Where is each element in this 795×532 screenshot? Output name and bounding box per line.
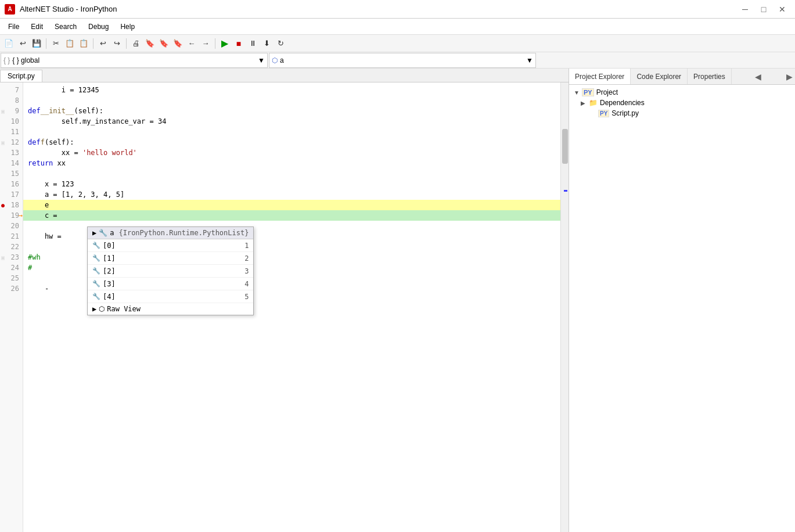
scope-right-value: a — [280, 56, 284, 64]
app-icon: A — [5, 4, 15, 15]
tooltip-row-2[interactable]: 🔧 [2] 3 — [88, 265, 253, 278]
tree-expand-project: ▼ — [574, 89, 580, 96]
code-line-19: c = — [23, 210, 560, 221]
window-controls: ─ □ ✕ — [737, 3, 790, 16]
wrench-icon-0: 🔧 — [92, 242, 100, 249]
code-line-16: x = 123 — [23, 179, 560, 189]
tooltip-rawview-arrow: ▶ — [92, 305, 96, 313]
tooltip-index-2: [2] — [103, 267, 116, 275]
tooltip-type: {IronPython.Runtime.PythonList} — [118, 229, 249, 237]
folder-icon-dependencies: 📁 — [589, 99, 598, 107]
line-numbers: 7 8 ▣9 10 11 ▣12 13 14 15 16 17 18 →19 — [0, 82, 23, 532]
scrollbar-thumb[interactable] — [562, 129, 568, 164]
code-line-12: def f(self): — [23, 137, 560, 148]
tree-item-project[interactable]: ▼ PY Project — [571, 87, 793, 98]
line-num-13: 13 — [0, 148, 23, 158]
tooltip-row-3[interactable]: 🔧 [3] 4 — [88, 278, 253, 290]
tooltip-index-4: [4] — [103, 293, 116, 301]
menu-debug[interactable]: Debug — [82, 21, 114, 33]
tb-pause[interactable]: ⏸ — [246, 37, 259, 50]
tooltip-key-0: 🔧 [0] — [92, 242, 244, 250]
editor-tabs: Script.py — [0, 69, 569, 82]
code-line-8 — [23, 95, 560, 106]
menu-search[interactable]: Search — [49, 21, 82, 33]
tb-paste[interactable]: 📋 — [77, 37, 90, 50]
minimize-button[interactable]: ─ — [737, 3, 753, 16]
line-num-26: 26 — [0, 283, 23, 294]
tb-nav-back[interactable]: ← — [185, 37, 198, 50]
sidebar-nav-prev[interactable]: ◀ — [753, 71, 763, 82]
code-editor[interactable]: i = 12345 def __init__(self): self.my_in… — [23, 82, 560, 532]
tb-bookmark2[interactable]: 🔖 — [157, 37, 170, 50]
scope-right-chevron: ▼ — [526, 56, 533, 64]
tree-item-dependencies[interactable]: ▶ 📁 Dependencies — [571, 98, 793, 108]
tb-open[interactable]: ↩ — [16, 37, 29, 50]
tb-run[interactable]: ▶ — [218, 37, 231, 50]
tooltip-popup: ▶ 🔧 a {IronPython.Runtime.PythonList} 🔧 … — [87, 227, 254, 315]
tooltip-header: ▶ 🔧 a {IronPython.Runtime.PythonList} — [88, 227, 253, 239]
tooltip-wrench: 🔧 — [99, 229, 107, 237]
sidebar: Project Explorer Code Explorer Propertie… — [569, 69, 795, 532]
editor-tab-scriptpy[interactable]: Script.py — [0, 70, 42, 82]
line-num-12: ▣12 — [0, 137, 23, 148]
menu-file[interactable]: File — [2, 21, 25, 33]
tb-stop[interactable]: ■ — [232, 37, 245, 50]
menu-edit[interactable]: Edit — [25, 21, 49, 33]
py-icon-scriptpy: PY — [598, 110, 609, 117]
code-line-9: def __init__(self): — [23, 106, 560, 116]
tree-item-scriptpy[interactable]: PY Script.py — [571, 108, 793, 118]
line-num-10: 10 — [0, 116, 23, 127]
menu-bar: File Edit Search Debug Help — [0, 19, 795, 35]
close-button[interactable]: ✕ — [774, 3, 790, 16]
sidebar-tab-project-explorer[interactable]: Project Explorer — [569, 69, 631, 84]
tree-label-project: Project — [596, 88, 618, 96]
scope-right-select[interactable]: ⬡ a ▼ — [269, 53, 536, 68]
tb-bookmark1[interactable]: 🔖 — [143, 37, 156, 50]
scope-left-select[interactable]: { } { } global ▼ — [1, 53, 268, 68]
tb-step-into[interactable]: ⬇ — [260, 37, 273, 50]
tb-new[interactable]: 📄 — [2, 37, 15, 50]
tb-copy[interactable]: 📋 — [63, 37, 76, 50]
scope-left-chevron: ▼ — [258, 56, 265, 64]
tb-nav-fwd[interactable]: → — [199, 37, 212, 50]
tooltip-val-3: 4 — [244, 280, 249, 288]
code-line-15 — [23, 168, 560, 179]
tb-undo[interactable]: ↩ — [96, 37, 109, 50]
wrench-icon-1: 🔧 — [92, 254, 100, 262]
tooltip-val-1: 2 — [244, 254, 249, 263]
tb-restart[interactable]: ↻ — [274, 37, 287, 50]
sidebar-tab-properties[interactable]: Properties — [688, 69, 732, 84]
tooltip-val-0: 1 — [244, 242, 249, 250]
line-num-18[interactable]: 18 — [0, 200, 23, 210]
line-num-16: 16 — [0, 179, 23, 189]
tree-label-dependencies: Dependencies — [600, 99, 645, 107]
py-icon-project: PY — [582, 88, 594, 96]
maximize-button[interactable]: □ — [756, 3, 772, 16]
tb-bookmark3[interactable]: 🔖 — [171, 37, 184, 50]
tb-print[interactable]: 🖨 — [129, 37, 142, 50]
tooltip-row-0[interactable]: 🔧 [0] 1 — [88, 239, 253, 252]
tb-save[interactable]: 💾 — [30, 37, 43, 50]
tooltip-row-1[interactable]: 🔧 [1] 2 — [88, 252, 253, 265]
tooltip-val-2: 3 — [244, 267, 249, 275]
tooltip-row-4[interactable]: 🔧 [4] 5 — [88, 290, 253, 303]
tooltip-expand-arrow[interactable]: ▶ — [92, 229, 96, 237]
tooltip-key-1: 🔧 [1] — [92, 254, 244, 263]
editor-container[interactable]: 7 8 ▣9 10 11 ▣12 13 14 15 16 17 18 →19 — [0, 82, 569, 532]
sidebar-nav-next[interactable]: ▶ — [785, 71, 795, 82]
sidebar-content: ▼ PY Project ▶ 📁 Dependencies PY Script.… — [569, 85, 795, 532]
tb-redo[interactable]: ↪ — [110, 37, 123, 50]
tb-cut[interactable]: ✂ — [49, 37, 62, 50]
line-num-11: 11 — [0, 127, 23, 137]
tooltip-rawview-row[interactable]: ▶ ⬡ Raw View — [88, 303, 253, 315]
scope-cube-icon: ⬡ — [272, 56, 278, 64]
menu-help[interactable]: Help — [114, 21, 141, 33]
tooltip-key-4: 🔧 [4] — [92, 293, 244, 301]
editor-scrollbar[interactable] — [560, 82, 569, 532]
line-num-20: 20 — [0, 221, 23, 231]
scope-bar: { } { } global ▼ ⬡ a ▼ — [0, 52, 795, 69]
code-line-10: self.my_instance_var = 34 — [23, 116, 560, 127]
sidebar-tab-code-explorer[interactable]: Code Explorer — [631, 69, 688, 84]
editor-area: Script.py 7 8 ▣9 10 11 ▣12 13 14 15 16 1… — [0, 69, 569, 532]
wrench-icon-3: 🔧 — [92, 280, 100, 287]
